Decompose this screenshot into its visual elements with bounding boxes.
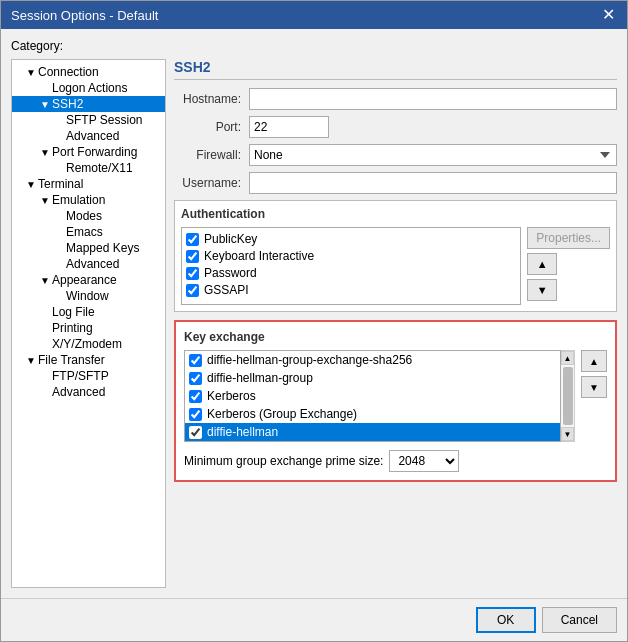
sidebar-item-file-transfer[interactable]: ▼ File Transfer: [12, 352, 165, 368]
sidebar-item-appearance[interactable]: ▼ Appearance: [12, 272, 165, 288]
sidebar-item-label: Advanced: [66, 257, 119, 271]
cancel-button[interactable]: Cancel: [542, 607, 617, 633]
sidebar-item-modes[interactable]: Modes: [12, 208, 165, 224]
auth-checkbox-keyboard[interactable]: [186, 250, 199, 263]
ke-label-3: Kerberos (Group Exchange): [207, 407, 357, 421]
sidebar-item-advanced-conn[interactable]: Advanced: [12, 128, 165, 144]
firewall-select[interactable]: None SOCKS4 SOCKS5 HTTP: [249, 144, 617, 166]
sidebar-item-label: X/Y/Zmodem: [52, 337, 122, 351]
dialog-title: Session Options - Default: [11, 8, 158, 23]
sidebar-item-label: SFTP Session: [66, 113, 142, 127]
auth-label-publickey: PublicKey: [204, 232, 257, 246]
sidebar-item-terminal[interactable]: ▼ Terminal: [12, 176, 165, 192]
ke-scroll-up[interactable]: ▲: [561, 351, 574, 365]
panel-title: SSH2: [174, 59, 617, 80]
sidebar-item-label: Port Forwarding: [52, 145, 137, 159]
min-group-select[interactable]: 1024 2048 4096: [389, 450, 459, 472]
sidebar-item-label: Emacs: [66, 225, 103, 239]
sidebar-item-label: Modes: [66, 209, 102, 223]
sidebar-item-label: Connection: [38, 65, 99, 79]
sidebar-item-emacs[interactable]: Emacs: [12, 224, 165, 240]
auth-right-buttons: Properties... ▲ ▼: [527, 227, 610, 305]
ke-item-4[interactable]: diffie-hellman: [185, 423, 560, 441]
sidebar-item-remote-x11[interactable]: Remote/X11: [12, 160, 165, 176]
ke-checkbox-1[interactable]: [189, 372, 202, 385]
ke-down-button[interactable]: ▼: [581, 376, 607, 398]
sidebar-item-sftp-session[interactable]: SFTP Session: [12, 112, 165, 128]
auth-checkbox-password[interactable]: [186, 267, 199, 280]
sidebar-item-port-forwarding[interactable]: ▼ Port Forwarding: [12, 144, 165, 160]
ke-scrollbar[interactable]: ▲ ▼: [561, 350, 575, 442]
sidebar-item-ftp-sftp[interactable]: FTP/SFTP: [12, 368, 165, 384]
auth-down-button[interactable]: ▼: [527, 279, 557, 301]
sidebar-item-printing[interactable]: Printing: [12, 320, 165, 336]
properties-button[interactable]: Properties...: [527, 227, 610, 249]
auth-item-keyboard: Keyboard Interactive: [186, 249, 516, 263]
ke-item-3[interactable]: Kerberos (Group Exchange): [185, 405, 560, 423]
ke-label-0: diffie-hellman-group-exchange-sha256: [207, 353, 412, 367]
username-row: Username:: [174, 172, 617, 194]
key-exchange-title: Key exchange: [184, 330, 607, 344]
sidebar-item-ssh2[interactable]: ▼ SSH2: [12, 96, 165, 112]
key-exchange-inner: diffie-hellman-group-exchange-sha256 dif…: [184, 350, 607, 442]
ke-checkbox-2[interactable]: [189, 390, 202, 403]
sidebar-item-label: Printing: [52, 321, 93, 335]
sidebar-item-connection[interactable]: ▼ Connection: [12, 64, 165, 80]
sidebar-item-window[interactable]: Window: [12, 288, 165, 304]
ke-checkbox-3[interactable]: [189, 408, 202, 421]
sidebar-item-logon-actions[interactable]: Logon Actions: [12, 80, 165, 96]
ke-scroll-down[interactable]: ▼: [561, 427, 574, 441]
sidebar-item-label: File Transfer: [38, 353, 105, 367]
auth-list: PublicKey Keyboard Interactive Password: [181, 227, 521, 305]
auth-checkbox-gssapi[interactable]: [186, 284, 199, 297]
sidebar-tree[interactable]: ▼ Connection Logon Actions ▼ SSH2 SFTP S…: [11, 59, 166, 588]
sidebar-item-emulation[interactable]: ▼ Emulation: [12, 192, 165, 208]
ok-button[interactable]: OK: [476, 607, 536, 633]
ke-label-1: diffie-hellman-group: [207, 371, 313, 385]
session-options-dialog: Session Options - Default ✕ Category: ▼ …: [0, 0, 628, 642]
hostname-input[interactable]: [249, 88, 617, 110]
ke-list-box[interactable]: diffie-hellman-group-exchange-sha256 dif…: [184, 350, 561, 442]
auth-item-password: Password: [186, 266, 516, 280]
port-label: Port:: [174, 120, 249, 134]
sidebar-item-log-file[interactable]: Log File: [12, 304, 165, 320]
ke-list-scroll-wrapper: diffie-hellman-group-exchange-sha256 dif…: [184, 350, 575, 442]
sidebar-item-mapped-keys[interactable]: Mapped Keys: [12, 240, 165, 256]
sidebar-item-xy-zmodem[interactable]: X/Y/Zmodem: [12, 336, 165, 352]
dialog-body: Category: ▼ Connection Logon Actions ▼ S…: [1, 29, 627, 598]
sidebar-item-label: Logon Actions: [52, 81, 127, 95]
sidebar-item-label: Advanced: [52, 385, 105, 399]
ke-scroll-thumb[interactable]: [563, 367, 573, 425]
ke-label-2: Kerberos: [207, 389, 256, 403]
min-group-row: Minimum group exchange prime size: 1024 …: [184, 450, 607, 472]
username-input[interactable]: [249, 172, 617, 194]
ke-item-1[interactable]: diffie-hellman-group: [185, 369, 560, 387]
sidebar-item-label: Remote/X11: [66, 161, 133, 175]
sidebar-item-label: Log File: [52, 305, 95, 319]
auth-item-gssapi: GSSAPI: [186, 283, 516, 297]
port-input[interactable]: [249, 116, 329, 138]
arrow-ssh2: ▼: [40, 99, 50, 110]
dialog-footer: OK Cancel: [1, 598, 627, 641]
close-button[interactable]: ✕: [600, 7, 617, 23]
auth-up-button[interactable]: ▲: [527, 253, 557, 275]
ke-checkbox-4[interactable]: [189, 426, 202, 439]
firewall-row: Firewall: None SOCKS4 SOCKS5 HTTP: [174, 144, 617, 166]
sidebar-item-advanced-ft[interactable]: Advanced: [12, 384, 165, 400]
arrow-connection: ▼: [26, 67, 36, 78]
ke-up-button[interactable]: ▲: [581, 350, 607, 372]
main-content: ▼ Connection Logon Actions ▼ SSH2 SFTP S…: [11, 59, 617, 588]
sidebar-item-advanced-term[interactable]: Advanced: [12, 256, 165, 272]
min-group-label: Minimum group exchange prime size:: [184, 454, 383, 468]
ke-checkbox-0[interactable]: [189, 354, 202, 367]
ke-item-0[interactable]: diffie-hellman-group-exchange-sha256: [185, 351, 560, 369]
title-bar: Session Options - Default ✕: [1, 1, 627, 29]
sidebar-item-label: Advanced: [66, 129, 119, 143]
sidebar-item-label: Emulation: [52, 193, 105, 207]
auth-area: PublicKey Keyboard Interactive Password: [181, 227, 610, 305]
hostname-row: Hostname:: [174, 88, 617, 110]
username-label: Username:: [174, 176, 249, 190]
auth-checkbox-publickey[interactable]: [186, 233, 199, 246]
ke-item-2[interactable]: Kerberos: [185, 387, 560, 405]
firewall-label: Firewall:: [174, 148, 249, 162]
